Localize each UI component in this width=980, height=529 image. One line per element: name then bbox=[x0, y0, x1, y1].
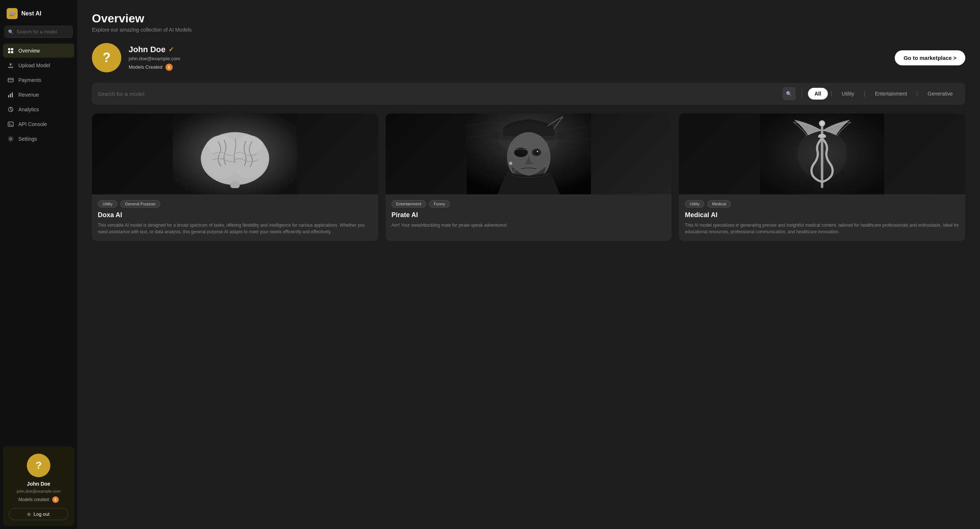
sidebar-item-payments[interactable]: Payments bbox=[3, 73, 74, 87]
logo-area: 🪺 Nest AI bbox=[0, 0, 77, 26]
profile-models-created: Models Created 0 bbox=[129, 64, 180, 71]
app-name: Nest AI bbox=[21, 10, 41, 17]
model-search-input[interactable] bbox=[98, 91, 779, 97]
svg-rect-2 bbox=[8, 51, 10, 53]
logout-icon: ⎋ bbox=[27, 512, 30, 517]
sidebar-profile-name: John Doe bbox=[27, 481, 50, 487]
model-name-medical: Medical AI bbox=[685, 211, 959, 219]
verified-icon: ✓ bbox=[169, 46, 174, 54]
model-card-pirate-ai[interactable]: Entertainment Funny Pirate AI Arrr! Your… bbox=[386, 113, 672, 241]
search-button[interactable]: 🔍 bbox=[783, 87, 796, 100]
svg-rect-3 bbox=[11, 51, 13, 53]
profile-name: John Doe bbox=[129, 45, 165, 54]
model-card-doxa-ai[interactable]: Utility General Purpose Doxa AI This ver… bbox=[92, 113, 378, 241]
model-card-medical-ai[interactable]: Utility Medical Medical AI This AI model… bbox=[679, 113, 965, 241]
model-desc-medical: This AI model specializes in generating … bbox=[685, 222, 959, 235]
model-image-pirate bbox=[386, 113, 672, 194]
pie-chart-icon bbox=[7, 106, 14, 113]
logo-icon: 🪺 bbox=[6, 8, 18, 19]
model-name-pirate: Pirate AI bbox=[391, 211, 666, 219]
svg-rect-5 bbox=[8, 78, 13, 82]
svg-rect-0 bbox=[8, 48, 10, 50]
model-tag-utility-medical: Utility bbox=[685, 200, 704, 208]
card-icon bbox=[7, 77, 14, 83]
sidebar-item-api-console[interactable]: API Console bbox=[3, 117, 74, 131]
model-image-medical bbox=[679, 113, 965, 194]
bar-chart-icon bbox=[7, 92, 14, 98]
search-icon: 🔍 bbox=[8, 29, 14, 35]
models-created-label: Models Created bbox=[129, 64, 162, 70]
model-desc-pirate: Arrr! Your swashbuckling mate for pirate… bbox=[391, 222, 666, 229]
nav-label-upload-model: Upload Model bbox=[18, 62, 50, 68]
model-tags-pirate: Entertainment Funny bbox=[391, 200, 666, 208]
profile-header-left: ? John Doe ✓ john.doe@example.com Models… bbox=[92, 43, 180, 72]
sidebar-item-settings[interactable]: Settings bbox=[3, 132, 74, 146]
model-tag-general-purpose: General Purpose bbox=[120, 200, 160, 208]
model-tag-funny: Funny bbox=[429, 200, 450, 208]
sidebar-profile-card: ? John Doe john.doe@example.com Models c… bbox=[3, 446, 74, 526]
profile-name-row: John Doe ✓ bbox=[129, 45, 180, 54]
sidebar-search-container: 🔍 bbox=[5, 26, 73, 38]
search-icon: 🔍 bbox=[786, 91, 792, 97]
page-title: Overview bbox=[92, 12, 965, 25]
marketplace-label: Go to marketplace > bbox=[904, 55, 956, 61]
sidebar-item-revenue[interactable]: Revenue bbox=[3, 88, 74, 102]
svg-point-21 bbox=[509, 162, 512, 165]
filter-search-area: 🔍 bbox=[98, 87, 796, 100]
sidebar-item-analytics[interactable]: Analytics bbox=[3, 103, 74, 116]
marketplace-button[interactable]: Go to marketplace > bbox=[895, 50, 965, 65]
model-name-doxa: Doxa AI bbox=[98, 211, 372, 219]
model-card-body-medical: Utility Medical Medical AI This AI model… bbox=[679, 194, 965, 241]
filter-sep-1: | bbox=[831, 91, 832, 97]
filter-tab-entertainment[interactable]: Entertainment bbox=[868, 88, 913, 100]
sidebar-profile-email: john.doe@example.com bbox=[17, 489, 60, 493]
gear-icon bbox=[7, 135, 14, 142]
svg-point-26 bbox=[497, 123, 560, 154]
nav-label-api-console: API Console bbox=[18, 121, 47, 127]
page-subtitle: Explore our amazing collection of AI Mod… bbox=[92, 27, 965, 33]
filter-tab-generative[interactable]: Generative bbox=[921, 88, 959, 100]
upload-icon bbox=[7, 62, 14, 69]
sidebar-profile-avatar: ? bbox=[27, 454, 50, 477]
sidebar-item-overview[interactable]: Overview bbox=[3, 44, 74, 58]
model-tag-medical: Medical bbox=[707, 200, 731, 208]
filter-tabs: All | Utility | Entertainment | Generati… bbox=[808, 88, 959, 100]
model-tag-entertainment: Entertainment bbox=[391, 200, 426, 208]
filter-sep-2: | bbox=[864, 91, 865, 97]
nav-label-settings: Settings bbox=[18, 136, 37, 142]
sidebar-profile-models: Models created: 0 bbox=[18, 496, 59, 503]
svg-rect-7 bbox=[10, 94, 11, 97]
sidebar-nav: Overview Upload Model Payments bbox=[0, 44, 77, 443]
grid-icon bbox=[7, 48, 14, 54]
terminal-icon bbox=[7, 121, 14, 127]
filter-sep-3: | bbox=[916, 91, 918, 97]
search-input[interactable] bbox=[5, 26, 73, 38]
profile-email: john.doe@example.com bbox=[129, 56, 180, 61]
model-card-body-pirate: Entertainment Funny Pirate AI Arrr! Your… bbox=[386, 194, 672, 234]
svg-point-33 bbox=[797, 129, 847, 178]
svg-point-32 bbox=[821, 122, 824, 125]
nav-label-overview: Overview bbox=[18, 48, 40, 54]
model-image-doxa bbox=[92, 113, 378, 194]
svg-rect-8 bbox=[12, 92, 13, 97]
sidebar-item-upload-model[interactable]: Upload Model bbox=[3, 59, 74, 72]
main-content: Overview Explore our amazing collection … bbox=[77, 0, 980, 529]
filter-divider-1 bbox=[802, 89, 802, 99]
logout-button[interactable]: ⎋ Log out bbox=[9, 508, 68, 520]
svg-rect-10 bbox=[8, 122, 13, 126]
model-tag-utility: Utility bbox=[98, 200, 117, 208]
svg-point-17 bbox=[207, 132, 263, 157]
model-desc-doxa: This versatile AI model is designed for … bbox=[98, 222, 372, 235]
profile-info: John Doe ✓ john.doe@example.com Models C… bbox=[129, 45, 180, 71]
sidebar: 🪺 Nest AI 🔍 Overview Uploa bbox=[0, 0, 77, 529]
svg-rect-16 bbox=[231, 182, 240, 188]
logout-label: Log out bbox=[33, 512, 49, 517]
svg-rect-1 bbox=[11, 48, 13, 50]
model-grid: Utility General Purpose Doxa AI This ver… bbox=[92, 113, 965, 241]
nav-label-analytics: Analytics bbox=[18, 106, 39, 113]
filter-tab-utility[interactable]: Utility bbox=[835, 88, 861, 100]
nav-label-revenue: Revenue bbox=[18, 92, 39, 98]
filter-tab-all[interactable]: All bbox=[808, 88, 828, 100]
sidebar-models-label: Models created: bbox=[18, 497, 49, 502]
model-tags-medical: Utility Medical bbox=[685, 200, 959, 208]
